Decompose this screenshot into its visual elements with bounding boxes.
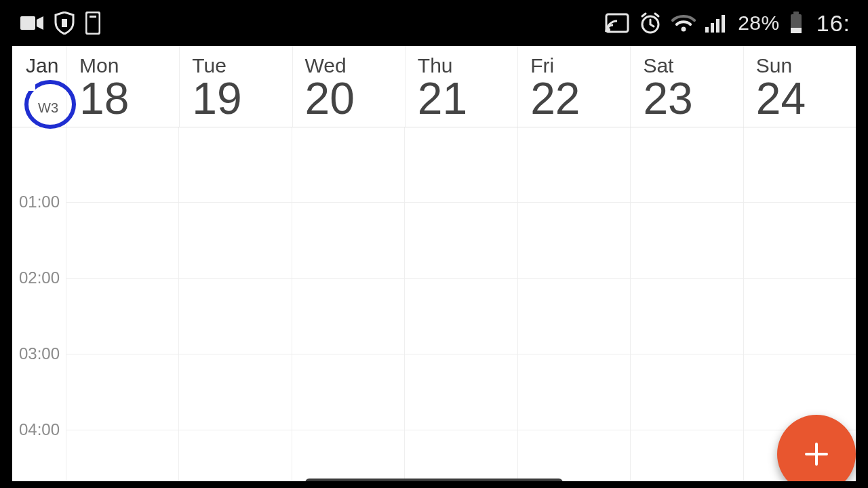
cast-icon: [605, 13, 629, 33]
day-column[interactable]: [66, 127, 178, 481]
svg-rect-11: [722, 15, 725, 33]
svg-point-5: [606, 28, 610, 32]
day-column[interactable]: [630, 127, 743, 481]
day-column[interactable]: [404, 127, 517, 481]
svg-rect-1: [62, 19, 67, 27]
svg-rect-16: [23, 79, 35, 91]
calendar-week-view[interactable]: Jan W3 Mon 18 Tue 19 Wed 20: [12, 46, 856, 481]
svg-rect-2: [86, 12, 100, 34]
svg-rect-9: [711, 23, 714, 33]
plus-icon: [801, 439, 832, 470]
battery-percent: 28%: [738, 12, 780, 35]
day-column[interactable]: [178, 127, 291, 481]
time-gutter: [12, 127, 66, 481]
day-header-tue[interactable]: Tue 19: [179, 46, 292, 127]
phone-icon: [85, 12, 100, 35]
svg-rect-14: [791, 28, 802, 33]
day-header-sun[interactable]: Sun 24: [743, 46, 856, 127]
svg-point-7: [682, 27, 686, 32]
day-header-thu[interactable]: Thu 21: [405, 46, 517, 127]
day-header-sat[interactable]: Sat 23: [630, 46, 743, 127]
wifi-icon: [671, 14, 696, 33]
status-clock: 16:: [816, 10, 850, 37]
status-bar: 28% 16:: [12, 0, 856, 46]
svg-rect-8: [705, 27, 709, 33]
alarm-icon: [639, 12, 662, 35]
day-header-fri[interactable]: Fri 22: [517, 46, 630, 127]
signal-icon: [705, 14, 727, 33]
day-header-row: Jan W3 Mon 18 Tue 19 Wed 20: [12, 46, 856, 127]
svg-rect-0: [20, 16, 35, 30]
toast-sliver: [305, 479, 563, 488]
svg-rect-3: [90, 16, 96, 18]
add-event-button[interactable]: [777, 415, 856, 488]
week-number-badge: W3: [23, 79, 76, 130]
day-column[interactable]: [292, 127, 404, 481]
time-grid[interactable]: 01:0002:0003:0004:00: [12, 127, 856, 481]
svg-rect-13: [793, 12, 799, 14]
video-icon: [20, 15, 43, 31]
svg-rect-10: [716, 19, 719, 33]
month-week-cell[interactable]: Jan W3: [12, 46, 66, 127]
day-column[interactable]: [517, 127, 630, 481]
shield-icon: [54, 12, 75, 35]
day-header-wed[interactable]: Wed 20: [292, 46, 405, 127]
month-label: Jan: [26, 54, 66, 77]
day-header-mon[interactable]: Mon 18: [66, 46, 179, 127]
battery-icon: [789, 12, 803, 35]
